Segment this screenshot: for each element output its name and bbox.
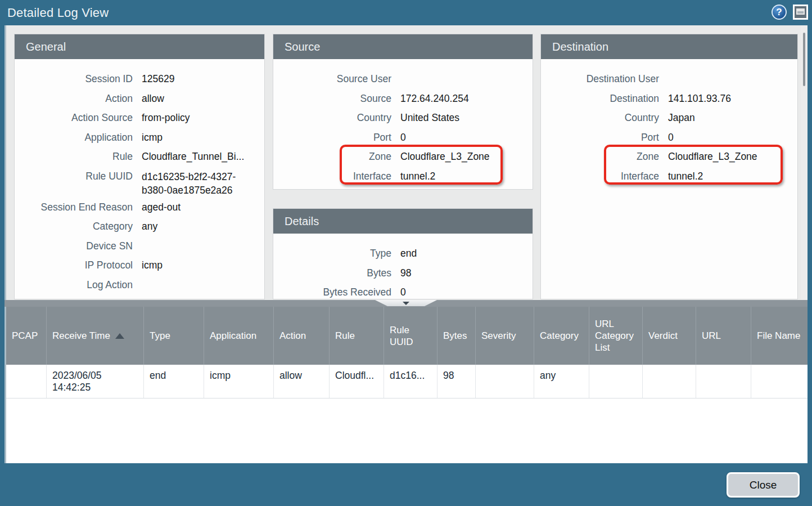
field-row-rule-uuid: Rule UUIDd1c16235-b2f2-4327-b380-0ae1875… [15,167,264,198]
field-label: Port [273,128,391,147]
field-row-session-id: Session ID125629 [15,69,264,89]
column-header-file-name[interactable]: File Name [751,307,808,365]
cell-rule-uuid: d1c16... [384,365,437,398]
field-label: Source User [273,69,391,89]
cell-bytes: 98 [437,365,476,398]
field-label: Type [273,244,391,263]
column-label: Application [210,330,256,342]
field-value: tunnel.2 [400,167,435,186]
field-row-country: CountryJapan [541,108,797,128]
column-label: Type [150,330,170,342]
field-value: Cloudflare_Tunnel_Bi... [142,147,244,167]
sort-ascending-icon [115,333,124,339]
collapse-handle[interactable] [375,300,437,306]
column-header-action[interactable]: Action [274,307,330,365]
column-label: File Name [757,330,800,342]
field-row-category: Categoryany [15,217,264,236]
field-label: Category [15,217,133,236]
cell-type: end [144,365,204,398]
help-icon[interactable]: ? [772,5,787,20]
details-panel: Details Typeend Bytes98 Bytes Received0 [273,208,533,299]
field-value: 172.64.240.254 [400,89,469,109]
field-row-bytes-received: Bytes Received0 [273,283,533,299]
field-row-source: Source172.64.240.254 [273,89,533,109]
field-row-interface: Interfacetunnel.2 [541,167,797,186]
page-title: Detailed Log View [7,6,109,20]
field-label: Bytes [273,263,391,283]
field-value: United States [400,108,459,128]
field-row-application: Applicationicmp [15,128,264,147]
field-label: IP Protocol [15,256,133,275]
column-header-pcap[interactable]: PCAP [6,307,47,365]
field-value: 98 [400,263,411,283]
log-entries-table: PCAP Receive Time Type Application Actio… [4,307,808,463]
field-value: aged-out [142,198,181,217]
general-panel-title: General [15,34,264,59]
window-icon-glyph [796,8,805,15]
close-button[interactable]: Close [727,472,800,498]
table-header-row: PCAP Receive Time Type Application Actio… [6,307,808,365]
window-icon[interactable] [793,5,808,20]
vertical-scrollbar[interactable] [801,25,808,300]
column-header-application[interactable]: Application [204,307,274,365]
field-value: from-policy [142,108,190,128]
field-label: Port [541,128,659,147]
field-label: Session ID [15,69,133,89]
cell-url [696,365,751,398]
field-value: 0 [668,128,674,147]
column-label: Receive Time [52,330,110,342]
field-value: Japan [668,108,695,128]
column-header-rule[interactable]: Rule [330,307,384,365]
column-header-severity[interactable]: Severity [476,307,534,365]
scrollbar-thumb[interactable] [803,33,805,86]
field-value: any [142,217,157,236]
field-label: Action [15,89,133,109]
column-header-url-category-list[interactable]: URL Category List [589,307,643,365]
field-label: Log Action [15,275,133,295]
field-label: Interface [273,167,391,186]
cell-severity [476,365,534,398]
cell-category: any [534,365,589,398]
cell-application: icmp [204,365,274,398]
field-row-destination: Destination141.101.93.76 [541,89,797,109]
field-value: 0 [400,128,406,147]
column-header-bytes[interactable]: Bytes [437,307,476,365]
field-label: Source [273,89,391,109]
field-label: Country [273,108,391,128]
column-label: URL Category List [595,318,639,353]
destination-panel-title: Destination [541,34,797,59]
field-row-country: CountryUnited States [273,108,533,128]
field-label: Interface [541,167,659,186]
field-value: Cloudflare_L3_Zone [668,147,757,167]
column-label: Severity [481,330,516,342]
cell-receive-time: 2023/06/05 14:42:25 [47,365,144,398]
cell-action: allow [274,365,330,398]
field-value: end [400,244,417,263]
field-label: Zone [541,147,659,167]
field-row-session-end-reason: Session End Reasonaged-out [15,198,264,217]
column-header-verdict[interactable]: Verdict [643,307,696,365]
column-header-receive-time[interactable]: Receive Time [47,307,144,365]
source-panel: Source Source User Source172.64.240.254 … [273,34,533,190]
field-row-type: Typeend [273,244,533,263]
column-label: Rule [335,330,355,342]
field-label: Rule [15,147,133,167]
field-row-device-sn: Device SN [15,236,264,256]
panel-table-splitter[interactable] [4,300,808,307]
field-row-destination-user: Destination User [541,69,797,89]
column-label: URL [702,330,721,342]
column-header-url[interactable]: URL [696,307,751,365]
field-value: Cloudflare_L3_Zone [400,147,490,167]
column-header-rule-uuid[interactable]: Rule UUID [384,307,437,365]
column-header-type[interactable]: Type [144,307,204,365]
column-header-category[interactable]: Category [534,307,589,365]
field-label: Device SN [15,236,133,256]
field-row-zone: ZoneCloudflare_L3_Zone [541,147,797,167]
log-detail-area: General Session ID125629 Actionallow Act… [4,25,808,300]
field-value: icmp [142,128,163,147]
field-label: Session End Reason [15,198,133,217]
column-label: Verdict [648,330,678,342]
table-row[interactable]: 2023/06/05 14:42:25 end icmp allow Cloud… [6,365,808,398]
field-label: Destination [541,89,659,109]
source-panel-title: Source [273,34,533,59]
